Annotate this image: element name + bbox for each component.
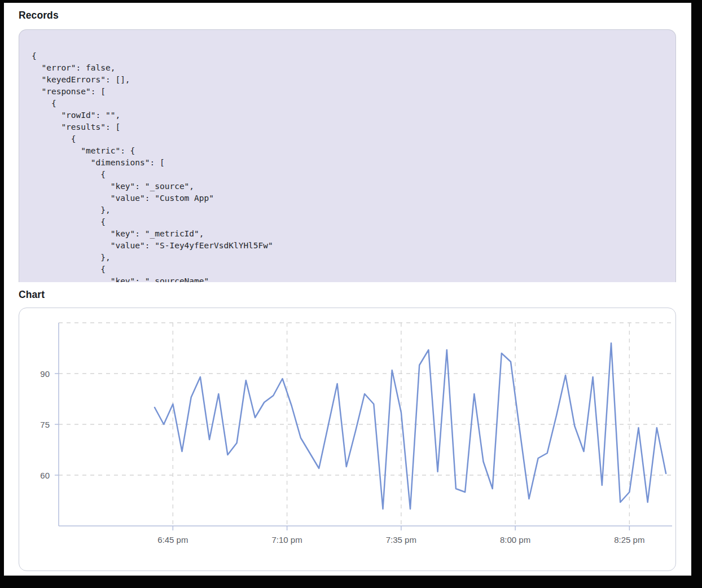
x-tick-label: 7:35 pm: [386, 535, 416, 545]
y-tick-label: 60: [40, 471, 50, 480]
chart-heading: Chart: [19, 289, 45, 301]
metric-line-series: [155, 343, 666, 509]
x-tick-label: 8:25 pm: [614, 535, 644, 545]
x-tick-label: 7:10 pm: [272, 535, 302, 545]
records-code-card[interactable]: { "error": false, "keyedErrors": [], "re…: [19, 29, 676, 282]
line-chart[interactable]: 6075906:45 pm7:10 pm7:35 pm8:00 pm8:25 p…: [19, 308, 677, 572]
chart-card: 6075906:45 pm7:10 pm7:35 pm8:00 pm8:25 p…: [19, 308, 676, 571]
page: Records { "error": false, "keyedErrors":…: [4, 3, 691, 576]
screenshot-frame: Records { "error": false, "keyedErrors":…: [0, 0, 702, 588]
records-heading: Records: [19, 10, 59, 21]
records-json-code: { "error": false, "keyedErrors": [], "re…: [19, 30, 675, 282]
x-tick-label: 8:00 pm: [500, 535, 530, 545]
x-tick-label: 6:45 pm: [157, 535, 188, 545]
y-tick-label: 75: [40, 420, 50, 429]
y-tick-label: 90: [40, 369, 50, 379]
